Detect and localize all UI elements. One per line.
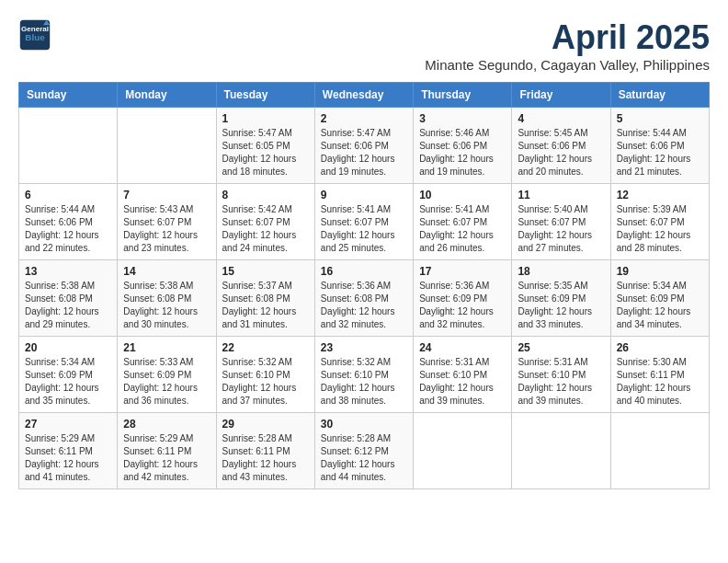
day-info: Sunrise: 5:32 AMSunset: 6:10 PMDaylight:…	[222, 356, 309, 408]
day-number: 25	[518, 341, 604, 354]
day-info: Sunrise: 5:28 AMSunset: 6:12 PMDaylight:…	[321, 432, 407, 484]
day-info: Sunrise: 5:37 AMSunset: 6:08 PMDaylight:…	[222, 280, 309, 331]
day-number: 1	[222, 112, 309, 125]
calendar-cell	[414, 413, 512, 489]
calendar-cell: 27Sunrise: 5:29 AMSunset: 6:11 PMDayligh…	[19, 413, 118, 489]
day-info: Sunrise: 5:36 AMSunset: 6:08 PMDaylight:…	[321, 280, 407, 331]
calendar-cell: 23Sunrise: 5:32 AMSunset: 6:10 PMDayligh…	[314, 337, 413, 413]
day-info: Sunrise: 5:34 AMSunset: 6:09 PMDaylight:…	[617, 280, 703, 331]
calendar-cell: 9Sunrise: 5:41 AMSunset: 6:07 PMDaylight…	[314, 184, 413, 260]
header: General Blue April 2025 Minante Segundo,…	[18, 18, 710, 73]
day-info: Sunrise: 5:46 AMSunset: 6:06 PMDaylight:…	[419, 127, 506, 178]
calendar-cell	[19, 108, 118, 184]
day-info: Sunrise: 5:34 AMSunset: 6:09 PMDaylight:…	[25, 356, 111, 408]
day-info: Sunrise: 5:38 AMSunset: 6:08 PMDaylight:…	[25, 280, 111, 331]
weekday-header-thursday: Thursday	[414, 83, 512, 108]
calendar-cell: 2Sunrise: 5:47 AMSunset: 6:06 PMDaylight…	[314, 108, 413, 184]
day-info: Sunrise: 5:38 AMSunset: 6:08 PMDaylight:…	[123, 280, 210, 331]
day-number: 5	[617, 112, 703, 125]
calendar-cell: 22Sunrise: 5:32 AMSunset: 6:10 PMDayligh…	[216, 337, 314, 413]
calendar-cell	[118, 108, 216, 184]
day-number: 13	[25, 265, 111, 278]
calendar-cell: 16Sunrise: 5:36 AMSunset: 6:08 PMDayligh…	[314, 260, 413, 337]
title-area: April 2025 Minante Segundo, Cagayan Vall…	[425, 18, 710, 73]
calendar-cell: 1Sunrise: 5:47 AMSunset: 6:05 PMDaylight…	[216, 108, 314, 184]
day-number: 24	[419, 341, 506, 354]
calendar-cell: 8Sunrise: 5:42 AMSunset: 6:07 PMDaylight…	[216, 184, 314, 260]
weekday-header-row: SundayMondayTuesdayWednesdayThursdayFrid…	[19, 83, 710, 108]
day-number: 15	[222, 265, 309, 278]
day-number: 16	[321, 265, 407, 278]
day-number: 12	[617, 189, 703, 201]
day-number: 3	[419, 112, 506, 125]
day-info: Sunrise: 5:33 AMSunset: 6:09 PMDaylight:…	[123, 356, 210, 408]
calendar-cell: 7Sunrise: 5:43 AMSunset: 6:07 PMDaylight…	[118, 184, 216, 260]
logo: General Blue	[18, 18, 51, 52]
day-number: 28	[123, 418, 210, 431]
calendar-cell: 28Sunrise: 5:29 AMSunset: 6:11 PMDayligh…	[118, 413, 216, 489]
calendar-cell: 20Sunrise: 5:34 AMSunset: 6:09 PMDayligh…	[19, 337, 118, 413]
day-info: Sunrise: 5:47 AMSunset: 6:06 PMDaylight:…	[321, 127, 407, 178]
day-number: 29	[222, 418, 309, 431]
day-info: Sunrise: 5:43 AMSunset: 6:07 PMDaylight:…	[123, 203, 210, 255]
day-info: Sunrise: 5:35 AMSunset: 6:09 PMDaylight:…	[518, 280, 604, 331]
svg-text:Blue: Blue	[25, 32, 45, 42]
calendar-cell: 11Sunrise: 5:40 AMSunset: 6:07 PMDayligh…	[512, 184, 610, 260]
day-number: 9	[321, 189, 407, 201]
day-info: Sunrise: 5:41 AMSunset: 6:07 PMDaylight:…	[419, 203, 506, 255]
calendar-title: April 2025	[425, 18, 710, 57]
calendar-cell: 14Sunrise: 5:38 AMSunset: 6:08 PMDayligh…	[118, 260, 216, 337]
day-info: Sunrise: 5:30 AMSunset: 6:11 PMDaylight:…	[617, 356, 703, 408]
calendar-cell: 26Sunrise: 5:30 AMSunset: 6:11 PMDayligh…	[610, 337, 709, 413]
calendar-cell: 21Sunrise: 5:33 AMSunset: 6:09 PMDayligh…	[118, 337, 216, 413]
calendar-cell: 5Sunrise: 5:44 AMSunset: 6:06 PMDaylight…	[610, 108, 709, 184]
calendar-cell	[610, 413, 709, 489]
day-number: 2	[321, 112, 407, 125]
day-number: 11	[518, 189, 604, 201]
day-info: Sunrise: 5:39 AMSunset: 6:07 PMDaylight:…	[617, 203, 703, 255]
day-info: Sunrise: 5:36 AMSunset: 6:09 PMDaylight:…	[419, 280, 506, 331]
day-number: 14	[123, 265, 210, 278]
day-info: Sunrise: 5:40 AMSunset: 6:07 PMDaylight:…	[518, 203, 604, 255]
day-info: Sunrise: 5:42 AMSunset: 6:07 PMDaylight:…	[222, 203, 309, 255]
calendar-week-row: 20Sunrise: 5:34 AMSunset: 6:09 PMDayligh…	[19, 337, 710, 413]
calendar-subtitle: Minante Segundo, Cagayan Valley, Philipp…	[425, 57, 710, 73]
day-number: 17	[419, 265, 506, 278]
calendar-cell: 30Sunrise: 5:28 AMSunset: 6:12 PMDayligh…	[314, 413, 413, 489]
day-number: 26	[617, 341, 703, 354]
day-info: Sunrise: 5:29 AMSunset: 6:11 PMDaylight:…	[25, 432, 111, 484]
day-number: 6	[25, 189, 111, 201]
calendar-cell: 4Sunrise: 5:45 AMSunset: 6:06 PMDaylight…	[512, 108, 610, 184]
weekday-header-saturday: Saturday	[610, 83, 709, 108]
weekday-header-wednesday: Wednesday	[314, 83, 413, 108]
weekday-header-monday: Monday	[118, 83, 216, 108]
weekday-header-sunday: Sunday	[19, 83, 118, 108]
day-info: Sunrise: 5:29 AMSunset: 6:11 PMDaylight:…	[123, 432, 210, 484]
calendar-cell: 17Sunrise: 5:36 AMSunset: 6:09 PMDayligh…	[414, 260, 512, 337]
day-number: 21	[123, 341, 210, 354]
calendar-week-row: 6Sunrise: 5:44 AMSunset: 6:06 PMDaylight…	[19, 184, 710, 260]
calendar-cell: 15Sunrise: 5:37 AMSunset: 6:08 PMDayligh…	[216, 260, 314, 337]
day-number: 7	[123, 189, 210, 201]
day-number: 22	[222, 341, 309, 354]
day-info: Sunrise: 5:31 AMSunset: 6:10 PMDaylight:…	[518, 356, 604, 408]
day-number: 20	[25, 341, 111, 354]
day-info: Sunrise: 5:45 AMSunset: 6:06 PMDaylight:…	[518, 127, 604, 178]
weekday-header-tuesday: Tuesday	[216, 83, 314, 108]
day-info: Sunrise: 5:47 AMSunset: 6:05 PMDaylight:…	[222, 127, 309, 178]
calendar-cell	[512, 413, 610, 489]
day-number: 30	[321, 418, 407, 431]
calendar-cell: 29Sunrise: 5:28 AMSunset: 6:11 PMDayligh…	[216, 413, 314, 489]
calendar-week-row: 13Sunrise: 5:38 AMSunset: 6:08 PMDayligh…	[19, 260, 710, 337]
day-info: Sunrise: 5:28 AMSunset: 6:11 PMDaylight:…	[222, 432, 309, 484]
day-info: Sunrise: 5:32 AMSunset: 6:10 PMDaylight:…	[321, 356, 407, 408]
calendar-cell: 6Sunrise: 5:44 AMSunset: 6:06 PMDaylight…	[19, 184, 118, 260]
calendar-cell: 3Sunrise: 5:46 AMSunset: 6:06 PMDaylight…	[414, 108, 512, 184]
calendar-cell: 18Sunrise: 5:35 AMSunset: 6:09 PMDayligh…	[512, 260, 610, 337]
calendar-cell: 24Sunrise: 5:31 AMSunset: 6:10 PMDayligh…	[414, 337, 512, 413]
day-info: Sunrise: 5:44 AMSunset: 6:06 PMDaylight:…	[25, 203, 111, 255]
day-number: 23	[321, 341, 407, 354]
calendar-week-row: 27Sunrise: 5:29 AMSunset: 6:11 PMDayligh…	[19, 413, 710, 489]
calendar-cell: 13Sunrise: 5:38 AMSunset: 6:08 PMDayligh…	[19, 260, 118, 337]
calendar-table: SundayMondayTuesdayWednesdayThursdayFrid…	[18, 82, 710, 489]
